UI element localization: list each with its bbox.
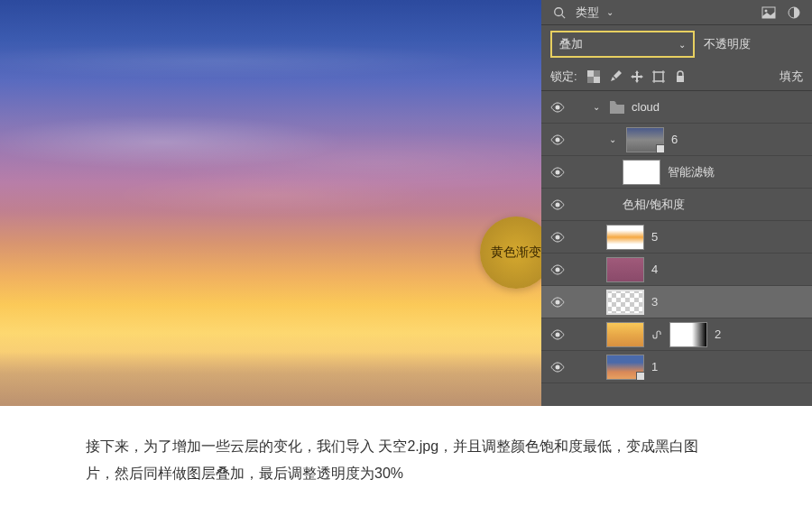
- svg-rect-7: [594, 70, 600, 77]
- visibility-toggle[interactable]: [541, 133, 574, 147]
- layer-3[interactable]: 3: [541, 286, 812, 318]
- visibility-toggle[interactable]: [541, 198, 574, 212]
- svg-point-3: [765, 9, 768, 12]
- svg-line-1: [562, 14, 566, 18]
- visibility-toggle[interactable]: [541, 360, 574, 374]
- filter-adjust-icon[interactable]: [785, 4, 803, 22]
- layer-5[interactable]: 5: [541, 221, 812, 254]
- svg-point-0: [555, 7, 563, 15]
- lock-artboard-icon[interactable]: [651, 69, 666, 84]
- visibility-toggle[interactable]: [541, 295, 574, 309]
- layer-name: 6: [671, 133, 678, 146]
- expand-toggle[interactable]: ⌄: [606, 134, 619, 144]
- search-icon[interactable]: [550, 4, 568, 22]
- layer-thumbnail[interactable]: [606, 355, 644, 380]
- filter-type-label: 类型: [576, 5, 599, 21]
- clouds-overlay: [0, 0, 541, 406]
- layer-name: cloud: [632, 100, 660, 114]
- expand-toggle[interactable]: ⌄: [590, 102, 603, 112]
- layer-thumbnail[interactable]: [606, 322, 644, 347]
- svg-rect-14: [677, 76, 684, 82]
- smart-object-badge: [636, 372, 645, 381]
- fill-label: 填充: [780, 69, 803, 85]
- lock-all-icon[interactable]: [673, 69, 687, 84]
- visibility-toggle[interactable]: [541, 327, 574, 342]
- svg-rect-5: [587, 70, 594, 77]
- svg-point-19: [556, 235, 560, 239]
- lock-transparency-icon[interactable]: [586, 69, 601, 84]
- visibility-toggle[interactable]: [541, 230, 574, 244]
- filter-mask-thumbnail[interactable]: [623, 160, 660, 185]
- svg-point-22: [556, 332, 560, 336]
- layer-smart-filters[interactable]: 智能滤镜: [541, 156, 812, 189]
- filter-image-icon[interactable]: [760, 4, 778, 22]
- lock-row: 锁定:: [541, 63, 812, 91]
- svg-rect-8: [587, 77, 594, 83]
- layer-group-cloud[interactable]: ⌄ cloud: [541, 91, 812, 124]
- layer-name: 3: [651, 295, 658, 309]
- chevron-down-icon[interactable]: ⌄: [606, 7, 614, 17]
- lock-move-icon[interactable]: [630, 69, 644, 84]
- svg-point-17: [556, 170, 560, 174]
- svg-rect-9: [654, 72, 663, 81]
- svg-point-18: [556, 202, 560, 207]
- opacity-label: 不透明度: [704, 36, 751, 52]
- layer-name: 5: [651, 230, 658, 244]
- tutorial-caption: 接下来，为了增加一些云层的变化，我们导入 天空2.jpg，并且调整颜色饱和度最低…: [0, 406, 812, 488]
- layers-list: ⌄ cloud ⌄ 6: [541, 91, 812, 383]
- layer-6[interactable]: ⌄ 6: [541, 124, 812, 156]
- hue-sat-label: 色相/饱和度: [623, 197, 685, 213]
- layer-name: 4: [651, 263, 658, 276]
- layer-thumbnail[interactable]: [606, 290, 644, 315]
- layer-2[interactable]: 2: [541, 318, 812, 351]
- visibility-toggle[interactable]: [541, 165, 574, 180]
- layer-4[interactable]: 4: [541, 254, 812, 286]
- caption-text: 接下来，为了增加一些云层的变化，我们导入 天空2.jpg，并且调整颜色饱和度最低…: [86, 438, 698, 481]
- canvas-preview: 黄色渐变: [0, 0, 541, 406]
- panel-filter-row: 类型 ⌄: [541, 0, 812, 25]
- svg-rect-6: [594, 77, 600, 83]
- layers-panel: 类型 ⌄ 叠加 ⌄ 不透明度 锁定:: [541, 0, 812, 406]
- lock-label: 锁定:: [550, 69, 577, 85]
- svg-point-15: [556, 105, 560, 109]
- blend-mode-row: 叠加 ⌄ 不透明度: [541, 25, 812, 63]
- smart-object-badge: [656, 144, 665, 153]
- layer-thumbnail[interactable]: [606, 225, 644, 250]
- svg-point-16: [556, 137, 560, 142]
- svg-point-21: [556, 300, 560, 304]
- mask-thumbnail[interactable]: [669, 322, 707, 347]
- folder-icon: [610, 101, 624, 114]
- chevron-down-icon: ⌄: [678, 40, 686, 50]
- visibility-toggle[interactable]: [541, 100, 574, 115]
- svg-point-23: [556, 364, 560, 369]
- mountains: [0, 352, 541, 406]
- layer-thumbnail[interactable]: [626, 127, 664, 152]
- lock-brush-icon[interactable]: [608, 69, 623, 84]
- blend-mode-select[interactable]: 叠加 ⌄: [550, 31, 695, 58]
- layer-name: 1: [651, 360, 658, 373]
- layer-hue-saturation[interactable]: 色相/饱和度: [541, 189, 812, 221]
- link-icon: [651, 329, 662, 340]
- blend-mode-value: 叠加: [559, 36, 583, 52]
- badge-label: 黄色渐变: [491, 244, 541, 261]
- smart-filter-label: 智能滤镜: [668, 164, 715, 180]
- layer-1[interactable]: 1: [541, 351, 812, 383]
- visibility-toggle[interactable]: [541, 263, 574, 277]
- layer-thumbnail[interactable]: [606, 257, 644, 282]
- layer-name: 2: [715, 327, 721, 341]
- svg-point-20: [556, 267, 560, 272]
